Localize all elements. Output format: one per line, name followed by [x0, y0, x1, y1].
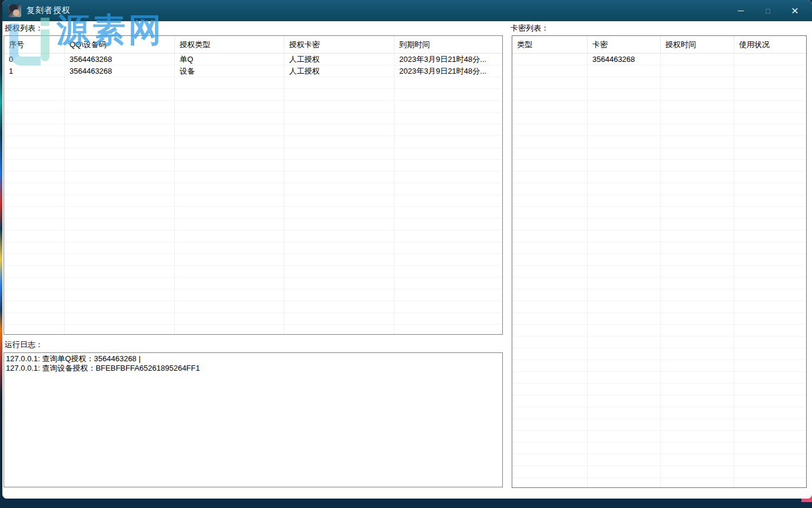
- table-row[interactable]: [4, 230, 502, 242]
- table-row[interactable]: [512, 65, 806, 77]
- column-header[interactable]: 使用状况: [734, 36, 806, 54]
- table-row[interactable]: [512, 266, 806, 278]
- table-row[interactable]: [512, 431, 806, 443]
- minimize-button[interactable]: ─: [727, 0, 754, 21]
- table-row[interactable]: 13564463268设备人工授权2023年3月9日21时48分...: [4, 65, 502, 77]
- column-header[interactable]: 到期时间: [395, 36, 502, 54]
- table-row[interactable]: [512, 360, 806, 372]
- table-row[interactable]: [512, 230, 806, 242]
- table-row[interactable]: [512, 313, 806, 325]
- table-cell: [734, 242, 806, 254]
- table-row[interactable]: [4, 160, 502, 171]
- column-header[interactable]: 卡密: [588, 36, 661, 54]
- table-row[interactable]: [512, 466, 806, 478]
- table-row[interactable]: [512, 407, 806, 419]
- column-header[interactable]: 类型: [512, 36, 588, 54]
- table-row[interactable]: [512, 254, 806, 266]
- table-cell: [284, 289, 395, 301]
- table-row[interactable]: [512, 124, 806, 136]
- table-row[interactable]: [4, 254, 502, 266]
- table-row[interactable]: [512, 101, 806, 113]
- table-row[interactable]: [4, 219, 502, 230]
- table-row[interactable]: [512, 325, 806, 337]
- column-header[interactable]: 序号: [4, 36, 65, 54]
- table-cell: [588, 219, 661, 230]
- table-row[interactable]: [512, 136, 806, 148]
- table-row[interactable]: [512, 419, 806, 431]
- table-row[interactable]: [512, 77, 806, 89]
- table-cell: [588, 124, 661, 136]
- table-cell: [512, 313, 588, 325]
- table-cell: [4, 89, 65, 101]
- table-cell: [588, 360, 661, 372]
- table-row[interactable]: [4, 325, 502, 335]
- table-row[interactable]: [4, 301, 502, 313]
- table-row[interactable]: [4, 313, 502, 325]
- table-row[interactable]: [512, 337, 806, 348]
- table-cell: [4, 289, 65, 301]
- column-header[interactable]: 授权类型: [175, 36, 284, 54]
- maximize-button[interactable]: □: [754, 0, 781, 21]
- table-cell: [588, 136, 661, 148]
- table-row[interactable]: [4, 101, 502, 113]
- table-cell: [65, 278, 175, 289]
- table-row[interactable]: [512, 89, 806, 101]
- table-cell: [65, 113, 175, 124]
- card-table[interactable]: 类型卡密授权时间使用状况 3564463268: [512, 35, 807, 488]
- table-row[interactable]: [512, 113, 806, 124]
- table-row[interactable]: [4, 207, 502, 219]
- table-row[interactable]: [512, 171, 806, 183]
- table-cell: [512, 478, 588, 488]
- table-cell: [284, 171, 395, 183]
- table-row[interactable]: [4, 148, 502, 160]
- table-row[interactable]: [512, 219, 806, 230]
- table-row[interactable]: [4, 124, 502, 136]
- table-cell: [588, 113, 661, 124]
- table-row[interactable]: [512, 348, 806, 360]
- table-row[interactable]: [4, 136, 502, 148]
- table-row[interactable]: [512, 183, 806, 195]
- table-cell: [395, 278, 502, 289]
- table-row[interactable]: [512, 372, 806, 384]
- table-row[interactable]: [512, 443, 806, 454]
- table-row[interactable]: [512, 160, 806, 171]
- table-row[interactable]: [512, 207, 806, 219]
- table-cell: [588, 89, 661, 101]
- table-cell: [588, 289, 661, 301]
- table-row[interactable]: [4, 266, 502, 278]
- table-row[interactable]: [4, 89, 502, 101]
- table-row[interactable]: [512, 289, 806, 301]
- log-textarea[interactable]: 127.0.0.1: 查询单Q授权：3564463268 |127.0.0.1:…: [4, 352, 503, 487]
- table-row[interactable]: [512, 454, 806, 466]
- column-header[interactable]: 授权卡密: [284, 36, 395, 54]
- table-row[interactable]: [512, 195, 806, 207]
- table-row[interactable]: [4, 77, 502, 89]
- table-row[interactable]: [4, 183, 502, 195]
- table-row[interactable]: [4, 242, 502, 254]
- table-row[interactable]: [4, 289, 502, 301]
- table-cell: [395, 101, 502, 113]
- table-row[interactable]: [512, 148, 806, 160]
- table-row[interactable]: [512, 301, 806, 313]
- table-cell: [588, 230, 661, 242]
- title-bar[interactable]: 复刻者授权 ─ □ ×: [2, 0, 812, 21]
- table-row[interactable]: [512, 384, 806, 395]
- close-button[interactable]: ×: [781, 0, 808, 21]
- table-row[interactable]: [4, 171, 502, 183]
- column-header[interactable]: 授权时间: [661, 36, 734, 54]
- table-cell: [588, 419, 661, 431]
- table-row[interactable]: [512, 242, 806, 254]
- table-row[interactable]: 03564463268单Q人工授权2023年3月9日21时48分...: [4, 54, 502, 65]
- column-header[interactable]: QQ\设备码: [65, 36, 175, 54]
- table-cell: [65, 183, 175, 195]
- table-cell: [395, 89, 502, 101]
- table-row[interactable]: [4, 278, 502, 289]
- table-row[interactable]: [4, 195, 502, 207]
- table-row[interactable]: [4, 113, 502, 124]
- table-row[interactable]: [512, 395, 806, 407]
- auth-table[interactable]: 序号QQ\设备码授权类型授权卡密到期时间 03564463268单Q人工授权20…: [4, 35, 503, 335]
- table-row[interactable]: [512, 478, 806, 488]
- table-row[interactable]: [512, 278, 806, 289]
- table-row[interactable]: 3564463268: [512, 54, 806, 65]
- table-cell: [284, 89, 395, 101]
